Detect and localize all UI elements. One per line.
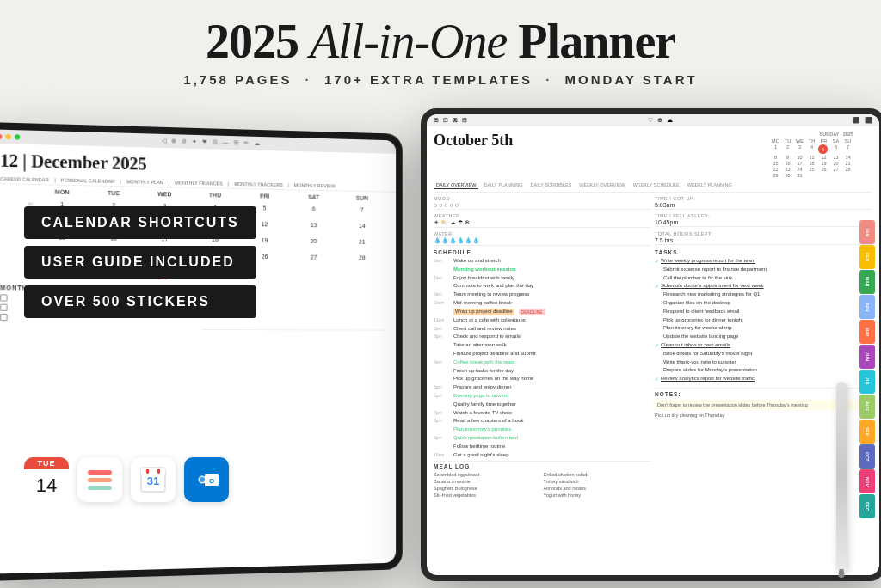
title-product: Planner: [518, 15, 675, 68]
date-icon: TUE 14: [24, 457, 69, 502]
schedule-item: 12pmLunch at a cafe with colleagues: [434, 317, 651, 324]
right-header-row: October 5th SUNDAY · 2025 MOTUWETHFRSASU…: [434, 132, 872, 178]
tab-daily-overview[interactable]: DAILY OVERVIEW: [434, 181, 478, 189]
right-top-bar: ⊞ ⊡ ⊠ ⊟ ♡ ⊕ ☁ ⬛ ⬛: [427, 114, 879, 126]
max-dot: [15, 134, 20, 139]
date-day-label: TUE: [24, 457, 69, 469]
right-main-content: SCHEDULE 6amWake up and stretch Morning …: [434, 249, 872, 498]
stylus-tip: [838, 569, 845, 578]
bottom-icons-row: TUE 14 31 O: [24, 457, 229, 502]
task-item: Write thank-you note to supplier: [655, 359, 872, 366]
side-tab-apr[interactable]: APR: [859, 295, 875, 319]
page-subtitle: 1,758 PAGES · 170+ EXTRA TEMPLATES · MON…: [0, 72, 881, 87]
right-tabs: DAILY OVERVIEW DAILY PLANNING DAILY SCRI…: [434, 181, 872, 193]
left-tablet-screen: ◁ ⊕ ⊘ ✦ ❤ ⊟ — ⊞ ✏ ☁ 12 | December 2025 C…: [0, 129, 396, 573]
task-item: ✓Schedule doctor's appointment for next …: [655, 283, 872, 290]
svg-rect-4: [146, 469, 149, 474]
svg-rect-5: [157, 469, 160, 474]
svg-text:31: 31: [147, 475, 159, 487]
pages-count: 1,758 PAGES: [183, 72, 292, 87]
schedule-item: 6pmEvening yoga to unwind: [434, 393, 651, 400]
mini-cal-block: SUNDAY · 2025 MOTUWETHFRSASU 1234567 891…: [770, 132, 853, 178]
task-item: Submit expense report to finance departm…: [655, 266, 872, 273]
date-number: 14: [24, 469, 69, 502]
schedule-item: 7amEnjoy breakfast with family: [434, 275, 651, 282]
tasks-header: TASKS: [655, 249, 872, 255]
task-item: Plan itinerary for weekend trip: [655, 325, 872, 332]
hours-slept-field: TOTAL HOURS SLEPT: 7.5 hrs: [655, 231, 872, 246]
meal-header: MEAL LOG: [434, 463, 651, 469]
task-item: Research new marketing strategies for Q1: [655, 291, 872, 298]
side-tabs-container: JAN FEB MAR APR MAY JUN JUL AUG SEP OCT …: [859, 220, 875, 518]
task-item: ✓Write weekly progress report for the te…: [655, 258, 872, 265]
gcal-icon: 31: [131, 457, 176, 502]
time-sleep-field: TIME I FELL ASLEEP: 10:45pm: [655, 213, 872, 228]
title-year: 2025: [206, 15, 299, 68]
task-item: Organize files on the desktop: [655, 300, 872, 307]
weather-field: WEATHER ☀ ⛅ ☁ ☂ ❄: [434, 213, 651, 228]
task-item: Book tickets for Saturday's movie night: [655, 351, 872, 358]
side-tab-mar[interactable]: MAR: [859, 270, 875, 294]
tab-weekly-planning[interactable]: WEEKLY PLANNING: [685, 181, 735, 189]
tab-weekly-schedule[interactable]: WEEKLY SCHEDULE: [631, 181, 682, 189]
left-tablet: ◁ ⊕ ⊘ ✦ ❤ ⊟ — ⊞ ✏ ☁ 12 | December 2025 C…: [0, 122, 403, 581]
schedule-item: Follow bedtime routine: [434, 444, 651, 450]
time-got-up-value: 5:03am: [655, 201, 872, 210]
gcal-svg: 31: [138, 464, 169, 495]
schedule-item: Plan tomorrow's priorities: [434, 426, 651, 433]
right-date-block: October 5th: [434, 132, 513, 150]
mood-field: MOOD ○ ○ ○ ○ ○: [434, 196, 651, 210]
outlook-icon: O: [184, 457, 229, 502]
schedule-item: 9pmQuick meditation before bed: [434, 435, 651, 442]
schedule-item: Quality family time together: [434, 401, 651, 408]
time-got-up-field: TIME I GOT UP: 5:03am: [655, 196, 872, 210]
schedule-item: 2pmClient call and review notes: [434, 326, 651, 333]
meal-section: MEAL LOG Scrambled eggs/toast Grilled ch…: [434, 461, 651, 498]
svg-point-10: [200, 477, 205, 482]
schedule-item: 8pmRead a few chapters of a book: [434, 418, 651, 425]
right-screen-inner: October 5th SUNDAY · 2025 MOTUWETHFRSASU…: [427, 126, 879, 503]
badge-guide: USER GUIDE INCLUDED: [24, 246, 256, 279]
tab-weekly-overview[interactable]: WEEKLY OVERVIEW: [576, 181, 628, 189]
task-item: Respond to client feedback email: [655, 309, 872, 315]
outlook-svg: O: [193, 466, 220, 493]
day-start: MONDAY START: [565, 72, 698, 87]
schedule-item: 6amWake up and stretch: [434, 258, 651, 265]
side-tab-aug[interactable]: AUG: [859, 395, 875, 419]
schedule-item: Morning workout session: [434, 266, 651, 273]
task-item: Pick up groceries for dinner tonight: [655, 317, 872, 324]
side-tab-may[interactable]: MAY: [859, 320, 875, 344]
time-sleep-value: 10:45pm: [655, 218, 872, 227]
side-tab-jul[interactable]: JUL: [859, 370, 875, 394]
right-form-fields: MOOD ○ ○ ○ ○ ○ TIME I GOT UP: 5:03am WEA…: [434, 196, 872, 246]
schedule-column: SCHEDULE 6amWake up and stretch Morning …: [434, 249, 651, 498]
side-tab-jun[interactable]: JUN: [859, 345, 875, 369]
hours-slept-value: 7.5 hrs: [655, 236, 872, 245]
schedule-item: Commute to work and plan the day: [434, 283, 651, 290]
schedule-item: 4pmCoffee break with the team: [434, 359, 651, 366]
side-tab-dec[interactable]: DEC: [859, 494, 875, 518]
task-item: Update the website landing page: [655, 334, 872, 340]
side-tab-sep[interactable]: SEP: [859, 420, 875, 444]
schedule-item: Finalize project deadline and submit: [434, 351, 651, 358]
reminders-icon: [77, 457, 122, 502]
mini-calendar: MOTUWETHFRSASU 1234567 891011121314 1516…: [770, 138, 853, 178]
side-tab-nov[interactable]: NOV: [859, 469, 875, 493]
side-tab-feb[interactable]: FEB: [859, 245, 875, 269]
side-tab-oct[interactable]: OCT: [859, 444, 875, 469]
water-field: WATER 💧💧💧💧💧💧: [434, 231, 651, 246]
schedule-item: Wrap up project deadlineDEADLINE: [434, 309, 651, 315]
min-dot: [6, 134, 11, 139]
tab-daily-planning[interactable]: DAILY PLANNING: [481, 181, 525, 189]
side-tab-jan[interactable]: JAN: [859, 220, 875, 244]
schedule-item: 3pmCheck and respond to emails: [434, 334, 651, 340]
tab-daily-scribbles[interactable]: DAILY SCRIBBLES: [528, 181, 575, 189]
schedule-item: Finish up tasks for the day: [434, 368, 651, 375]
badge-shortcuts: CALENDAR SHORTCUTS: [24, 206, 256, 239]
title-allinone: All-in-One: [310, 15, 507, 68]
schedule-item: Take an afternoon walk: [434, 342, 651, 349]
badges-container: CALENDAR SHORTCUTS USER GUIDE INCLUDED O…: [24, 206, 256, 318]
schedule-item: 10pmGet a good night's sleep: [434, 452, 651, 459]
stylus: [836, 382, 847, 571]
close-dot: [0, 134, 2, 139]
